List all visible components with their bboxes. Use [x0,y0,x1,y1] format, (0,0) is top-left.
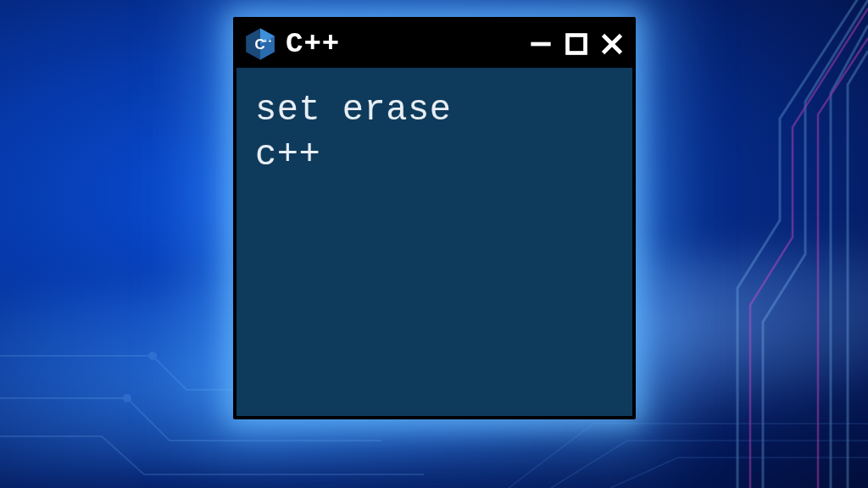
svg-point-1 [124,395,131,402]
titlebar: C + + C++ [236,20,632,68]
minimize-button[interactable] [529,32,553,56]
svg-text:+: + [264,38,267,44]
cpp-logo-icon: C + + [243,27,277,61]
terminal-window: C + + C++ set erase c++ [233,17,636,419]
svg-point-0 [149,352,156,359]
code-line: set erase [255,88,614,133]
svg-text:+: + [269,38,272,44]
maximize-button[interactable] [565,32,588,56]
svg-rect-9 [568,36,586,53]
terminal-content: set erase c++ [236,68,632,197]
window-title: C++ [286,28,520,60]
code-line: c++ [255,133,614,178]
window-controls [529,32,624,56]
close-button[interactable] [600,32,624,56]
